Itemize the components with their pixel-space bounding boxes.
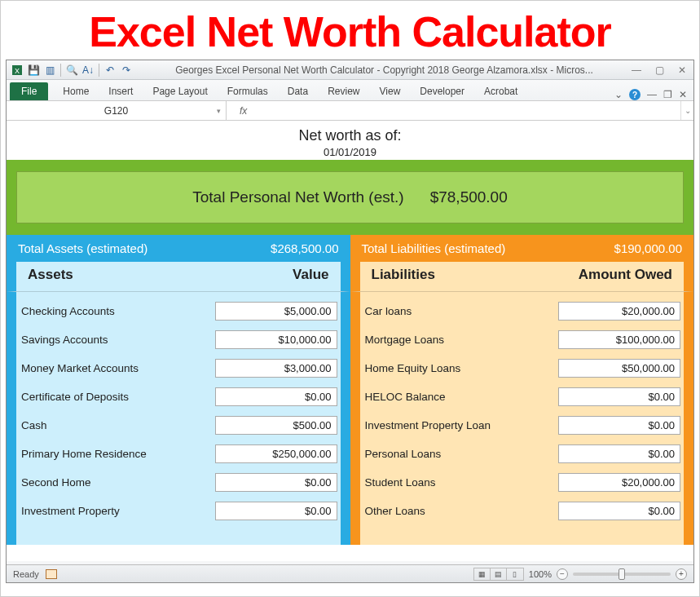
tab-view[interactable]: View (370, 82, 411, 100)
assets-total-label: Total Assets (estimated) (18, 241, 147, 255)
liability-item-value[interactable]: $0.00 (558, 502, 680, 520)
asset-item-value[interactable]: $0.00 (215, 387, 337, 406)
asset-row: Money Market Accounts$3,000.00 (20, 354, 337, 383)
asset-row: Cash$500.00 (20, 411, 337, 440)
zoom-value: 100% (529, 569, 552, 579)
asset-item-label: Checking Accounts (20, 305, 215, 317)
tab-review[interactable]: Review (318, 82, 369, 100)
liability-row: Mortgage Loans$100,000.00 (363, 325, 681, 354)
redo-icon[interactable]: ↷ (121, 64, 132, 76)
liabilities-total-label: Total Liabilities (estimated) (362, 241, 506, 255)
worksheet[interactable]: Net worth as of: 01/01/2019 Total Person… (7, 121, 693, 561)
asset-item-value[interactable]: $500.00 (215, 416, 337, 435)
asset-item-value[interactable]: $5,000.00 (215, 302, 337, 321)
page-banner: Excel Net Worth Calculator (1, 1, 699, 60)
status-ready: Ready (13, 569, 39, 579)
tab-home[interactable]: Home (53, 82, 99, 100)
sheet-minimize-icon[interactable]: — (647, 89, 657, 100)
zoom-out-button[interactable]: − (557, 568, 568, 580)
asset-item-value[interactable]: $250,000.00 (215, 444, 337, 463)
asset-item-label: Savings Accounts (20, 334, 215, 346)
asset-item-value[interactable]: $0.00 (215, 502, 337, 520)
asof-label: Net worth as of: (7, 127, 693, 144)
formula-input[interactable] (252, 101, 680, 120)
tab-acrobat[interactable]: Acrobat (474, 82, 527, 100)
liability-item-value[interactable]: $20,000.00 (558, 302, 680, 321)
liability-row: Student Loans$20,000.00 (363, 468, 681, 497)
fx-label[interactable]: fx (227, 105, 252, 117)
tab-insert[interactable]: Insert (99, 82, 143, 100)
page-layout-view-icon[interactable]: ▤ (491, 568, 507, 580)
name-box[interactable]: G120 (7, 101, 227, 120)
assets-body: Checking Accounts$5,000.00Savings Accoun… (7, 292, 350, 545)
file-tab[interactable]: File (10, 82, 48, 100)
asof-block: Net worth as of: 01/01/2019 (7, 121, 693, 160)
liability-item-value[interactable]: $20,000.00 (558, 473, 680, 492)
liability-row: Investment Property Loan$0.00 (363, 411, 681, 440)
zoom-in-button[interactable]: + (676, 568, 687, 580)
asset-item-value[interactable]: $0.00 (215, 473, 337, 492)
save-icon[interactable]: 💾 (28, 64, 39, 76)
liabilities-head-left: Liabilities (372, 267, 435, 283)
help-icon[interactable]: ? (629, 89, 641, 100)
networth-value: $78,500.00 (430, 188, 508, 206)
asof-date: 01/01/2019 (7, 146, 693, 158)
liability-item-label: HELOC Balance (363, 391, 559, 403)
sheet-restore-icon[interactable]: ❐ (663, 89, 672, 100)
excel-window: X 💾 ▥ 🔍 A↓ ↶ ↷ Georges Excel Personal Ne… (6, 60, 694, 583)
sheet-close-icon[interactable]: ✕ (679, 89, 687, 100)
liability-row: Car loans$20,000.00 (363, 297, 681, 325)
asset-item-label: Certificate of Deposits (20, 391, 215, 403)
tab-formulas[interactable]: Formulas (218, 82, 278, 100)
maximize-button[interactable]: ▢ (653, 64, 666, 76)
liability-item-value[interactable]: $50,000.00 (558, 359, 680, 378)
liability-item-label: Car loans (363, 305, 559, 317)
tab-developer[interactable]: Developer (410, 82, 474, 100)
svg-text:X: X (15, 67, 20, 75)
find-icon[interactable]: 🔍 (66, 64, 77, 76)
liability-item-value[interactable]: $0.00 (558, 444, 680, 463)
table-icon[interactable]: ▥ (44, 64, 55, 76)
asset-item-label: Investment Property (20, 505, 215, 517)
asset-item-value[interactable]: $3,000.00 (215, 359, 337, 378)
formula-bar: G120 fx ⌄ (7, 101, 693, 121)
assets-head-right: Value (293, 267, 328, 283)
assets-header: Assets Value (7, 262, 350, 292)
excel-app-icon: X (11, 64, 23, 76)
asset-row: Primary Home Residence$250,000.00 (20, 440, 337, 468)
liability-row: Other Loans$0.00 (363, 497, 681, 525)
liability-item-label: Personal Loans (363, 448, 559, 460)
liability-row: Home Equity Loans$50,000.00 (363, 354, 681, 383)
liability-item-label: Student Loans (363, 476, 559, 489)
liabilities-body: Car loans$20,000.00Mortgage Loans$100,00… (350, 292, 694, 545)
close-button[interactable]: ✕ (676, 64, 689, 76)
zoom-slider[interactable] (573, 573, 671, 576)
window-controls: — ▢ ✕ (630, 64, 689, 76)
sort-icon[interactable]: A↓ (82, 64, 94, 76)
asset-row: Investment Property$0.00 (20, 497, 337, 525)
tab-data[interactable]: Data (278, 82, 318, 100)
asset-row: Savings Accounts$10,000.00 (20, 325, 337, 354)
tab-page-layout[interactable]: Page Layout (143, 82, 217, 100)
liabilities-head-right: Amount Owed (579, 267, 672, 283)
liabilities-column: Total Liabilities (estimated) $190,000.0… (350, 235, 694, 545)
asset-item-label: Primary Home Residence (20, 448, 215, 460)
normal-view-icon[interactable]: ▦ (474, 568, 491, 580)
macro-record-icon[interactable] (46, 569, 57, 579)
status-bar: Ready ▦ ▤ ▯ 100% − + (7, 564, 693, 582)
asset-item-label: Second Home (20, 476, 215, 489)
formula-expand-icon[interactable]: ⌄ (680, 101, 693, 120)
window-title: Georges Excel Personal Net Worth Calcula… (139, 64, 630, 76)
liability-item-value[interactable]: $0.00 (558, 416, 680, 435)
zoom-thumb[interactable] (619, 568, 625, 580)
undo-icon[interactable]: ↶ (104, 64, 116, 76)
ribbon-collapse-icon[interactable]: ⌄ (614, 89, 623, 100)
page-break-view-icon[interactable]: ▯ (507, 568, 523, 580)
liability-item-value[interactable]: $100,000.00 (558, 330, 680, 349)
liabilities-header: Liabilities Amount Owed (350, 262, 694, 292)
assets-total-value: $268,500.00 (271, 241, 338, 255)
minimize-button[interactable]: — (630, 64, 643, 76)
liability-item-value[interactable]: $0.00 (558, 387, 680, 406)
liability-item-label: Home Equity Loans (363, 362, 559, 374)
asset-item-value[interactable]: $10,000.00 (215, 330, 337, 349)
